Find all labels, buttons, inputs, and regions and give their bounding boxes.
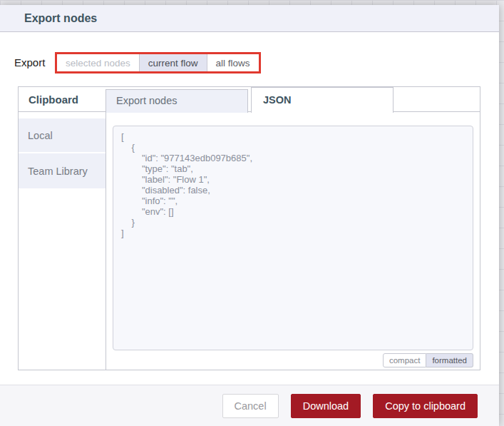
dialog-title: Export nodes xyxy=(24,5,97,32)
library-content: [ { "id": "977143edb097b685", "type": "t… xyxy=(106,113,480,370)
copy-to-clipboard-button[interactable]: Copy to clipboard xyxy=(373,394,478,418)
dialog-footer: Cancel Download Copy to clipboard xyxy=(0,385,499,426)
all-flows-button[interactable]: all flows xyxy=(207,54,259,71)
download-button[interactable]: Download xyxy=(291,394,361,418)
library-sidebar: Local Team Library xyxy=(19,113,106,370)
sidebar-item-team-library[interactable]: Team Library xyxy=(19,153,106,188)
clipboard-header: Clipboard xyxy=(29,87,78,112)
selected-nodes-button[interactable]: selected nodes xyxy=(57,54,139,71)
current-flow-button[interactable]: current flow xyxy=(139,54,207,71)
cancel-button[interactable]: Cancel xyxy=(222,394,279,418)
json-code-editor[interactable]: [ { "id": "977143edb097b685", "type": "t… xyxy=(113,126,473,350)
library-panel: Clipboard Export nodes JSON Local Team L… xyxy=(18,86,480,370)
format-toggle: compact formatted xyxy=(383,353,473,367)
formatted-button[interactable]: formatted xyxy=(426,353,473,367)
export-nodes-dialog: Export nodes Export selected nodes curre… xyxy=(0,5,499,426)
dialog-header: Export nodes xyxy=(0,5,499,32)
tab-export-nodes[interactable]: Export nodes xyxy=(106,89,248,113)
export-scope-label: Export xyxy=(14,56,45,69)
library-tabs-row: Clipboard Export nodes JSON xyxy=(19,87,480,112)
compact-button[interactable]: compact xyxy=(383,353,426,367)
sidebar-item-local[interactable]: Local xyxy=(19,118,106,152)
tab-json[interactable]: JSON xyxy=(251,87,394,113)
export-scope-annotation-highlight: selected nodes current flow all flows xyxy=(55,52,261,73)
